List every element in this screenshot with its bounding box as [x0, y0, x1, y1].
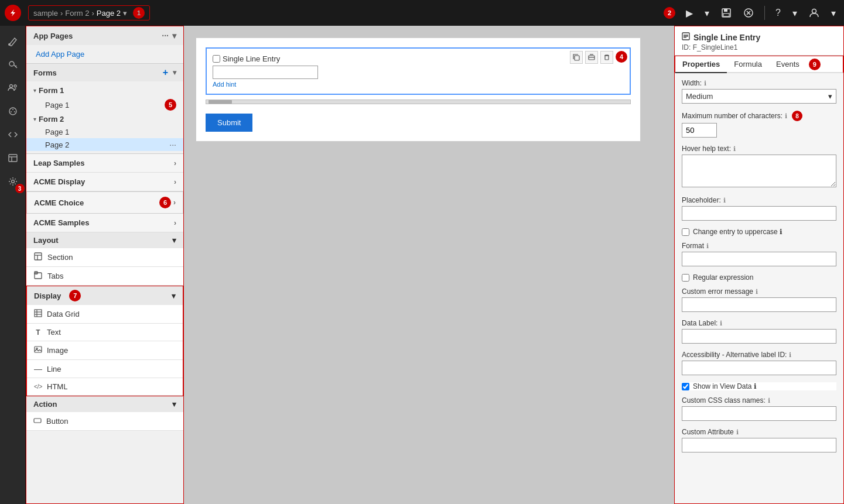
max-chars-input[interactable]: 50: [682, 123, 717, 138]
placeholder-input[interactable]: [682, 206, 836, 221]
custom-css-info-icon[interactable]: ℹ: [768, 397, 770, 404]
layout-chevron[interactable]: ▾: [172, 236, 176, 245]
action-chevron[interactable]: ▾: [172, 400, 176, 409]
accessibility-input[interactable]: [682, 361, 836, 375]
icon-bar-people[interactable]: [2, 77, 23, 98]
field-toolbar-copy[interactable]: [570, 51, 583, 64]
display-line-item[interactable]: — Line: [27, 360, 183, 378]
display-header[interactable]: Display 7 ▾: [27, 286, 183, 305]
field-required-checkbox[interactable]: [213, 55, 220, 63]
regex-checkbox[interactable]: [682, 274, 689, 282]
forms-header[interactable]: Forms + ▾: [26, 64, 183, 81]
layout-tabs-item[interactable]: Tabs: [26, 267, 183, 286]
play-dropdown-button[interactable]: ▾: [701, 5, 713, 21]
forms-chevron[interactable]: ▾: [173, 68, 176, 77]
action-header[interactable]: Action ▾: [26, 396, 183, 412]
custom-attr-info-icon[interactable]: ℹ: [736, 428, 739, 436]
display-chevron[interactable]: ▾: [172, 292, 176, 300]
tab-events[interactable]: Events: [769, 56, 807, 73]
app-pages-section: App Pages ··· ▾ Add App Page: [26, 26, 183, 64]
leap-samples-item[interactable]: Leap Samples ›: [26, 154, 183, 173]
uppercase-checkbox[interactable]: [682, 228, 689, 236]
show-in-view-info-icon[interactable]: ℹ: [754, 382, 757, 390]
width-field: Width: ℹ Medium ▾: [682, 79, 836, 104]
form1-item[interactable]: ▾ Form 1: [26, 84, 183, 97]
display-text-item[interactable]: T Text: [27, 324, 183, 341]
field-container[interactable]: 4 Single Line Entry Add hint: [206, 47, 631, 95]
max-chars-info-icon[interactable]: ℹ: [785, 112, 787, 120]
placeholder-info-icon[interactable]: ℹ: [723, 197, 726, 204]
svg-point-7: [812, 9, 816, 13]
regex-label[interactable]: Regular expression: [693, 273, 753, 282]
breadcrumb-app[interactable]: sample: [33, 9, 58, 18]
icon-bar-settings[interactable]: 3: [2, 171, 23, 192]
tab-properties[interactable]: Properties: [675, 56, 727, 73]
format-input[interactable]: [682, 252, 836, 266]
canvas: 4 Single Line Entry Add hint Submit: [184, 26, 674, 504]
layout-section-item[interactable]: Section: [26, 248, 183, 267]
breadcrumb-dropdown[interactable]: ▾: [123, 9, 127, 18]
layout-header[interactable]: Layout ▾: [26, 232, 183, 248]
custom-error-input[interactable]: [682, 297, 836, 312]
breadcrumb-page[interactable]: Page 2: [97, 9, 121, 18]
width-info-icon[interactable]: ℹ: [704, 80, 706, 87]
icon-bar-palette[interactable]: [2, 101, 23, 122]
field-input[interactable]: [213, 66, 318, 79]
help-dropdown-button[interactable]: ▾: [789, 5, 801, 21]
user-dropdown-button[interactable]: ▾: [828, 5, 839, 21]
width-select[interactable]: Medium ▾: [682, 89, 836, 104]
show-in-view-checkbox[interactable]: [682, 383, 689, 390]
field-toolbar-move[interactable]: [585, 51, 598, 64]
submit-button[interactable]: Submit: [206, 114, 252, 132]
display-html-item[interactable]: </> HTML: [27, 378, 183, 396]
play-button[interactable]: ▶: [682, 5, 696, 21]
format-info-icon[interactable]: ℹ: [706, 242, 709, 250]
custom-attr-input[interactable]: [682, 438, 836, 452]
badge-7: 7: [69, 290, 81, 301]
hover-help-info-icon[interactable]: ℹ: [733, 145, 736, 153]
app-pages-dots[interactable]: ···: [162, 31, 169, 40]
form1-page1-item[interactable]: Page 1 5: [26, 97, 183, 112]
form2-page1-item[interactable]: Page 1: [26, 126, 183, 138]
hover-help-textarea[interactable]: [682, 155, 836, 187]
app-pages-chevron[interactable]: ▾: [172, 31, 176, 40]
icon-bar-key[interactable]: [2, 54, 23, 75]
svg-rect-32: [575, 56, 579, 60]
action-button-item[interactable]: Button: [26, 412, 183, 431]
acme-display-item[interactable]: ACME Display ›: [26, 173, 183, 191]
custom-attr-label: Custom Attribute ℹ: [682, 428, 836, 436]
tab-formula[interactable]: Formula: [727, 56, 769, 73]
data-label-input[interactable]: [682, 329, 836, 344]
show-in-view-label[interactable]: Show in View Data ℹ: [693, 382, 757, 390]
acme-choice-item[interactable]: ACME Choice 6 ›: [26, 191, 183, 214]
add-app-page-link[interactable]: Add App Page: [26, 47, 183, 61]
accessibility-info-icon[interactable]: ℹ: [789, 351, 791, 359]
breadcrumb[interactable]: sample › Form 2 › Page 2 ▾ 1: [28, 5, 150, 20]
acme-samples-item[interactable]: ACME Samples ›: [26, 214, 183, 232]
custom-css-input[interactable]: [682, 406, 836, 421]
form2-page2-dots[interactable]: ···: [169, 140, 176, 149]
field-hint[interactable]: Add hint: [213, 81, 624, 88]
topbar-separator: [764, 6, 765, 20]
save-button[interactable]: [717, 5, 735, 20]
close-button[interactable]: [740, 5, 757, 20]
form2-item[interactable]: ▾ Form 2: [26, 112, 183, 126]
icon-bar-code[interactable]: [2, 124, 23, 145]
canvas-divider[interactable]: [206, 100, 631, 104]
user-button[interactable]: [805, 5, 823, 20]
display-datagrid-item[interactable]: Data Grid: [27, 305, 183, 324]
uppercase-info-icon[interactable]: ℹ: [780, 228, 783, 236]
uppercase-label[interactable]: Change entry to uppercase ℹ: [693, 228, 783, 236]
icon-bar-table[interactable]: [2, 148, 23, 169]
app-pages-header[interactable]: App Pages ··· ▾: [26, 26, 183, 45]
form2-page2-item[interactable]: Page 2 ···: [26, 138, 183, 151]
form2-page1-label: Page 1: [45, 128, 69, 136]
breadcrumb-form[interactable]: Form 2: [65, 9, 89, 18]
custom-error-info-icon[interactable]: ℹ: [756, 288, 758, 296]
data-label-info-icon[interactable]: ℹ: [720, 320, 722, 327]
field-toolbar-delete[interactable]: [600, 51, 613, 64]
icon-bar-paint[interactable]: [2, 30, 23, 52]
forms-add-button[interactable]: +: [163, 67, 168, 78]
help-button[interactable]: ?: [772, 5, 784, 20]
display-image-item[interactable]: Image: [27, 341, 183, 360]
